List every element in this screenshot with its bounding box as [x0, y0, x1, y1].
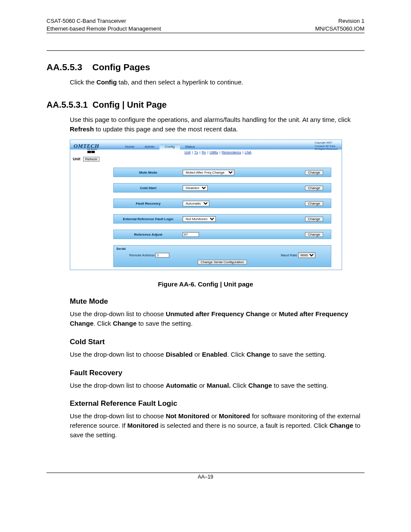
heading-config-unit: AA.5.5.3.1 Config | Unit Page	[47, 100, 364, 110]
change-button[interactable]: Change	[305, 217, 323, 221]
change-serial-config-button[interactable]: Change Serial Configuration	[198, 260, 247, 264]
serial-section: SerialRemote Address Baud Rate 9600Chang…	[113, 245, 331, 267]
hdr-right-1: Revision 1	[338, 18, 364, 24]
heading-ext-ref: External Reference Fault Logic	[70, 399, 364, 408]
change-button[interactable]: Change	[305, 170, 323, 175]
config-select[interactable]: Not Monitored	[183, 216, 216, 222]
heading-fault-recovery: Fault Recovery	[70, 369, 364, 377]
hdr-right-2: MN/CSAT5060.IOM	[315, 25, 364, 32]
config-row: Cold StartDisabledChange	[113, 183, 331, 193]
screenshot-config-unit: OMTECH EF DATA ▇▇▇▇ Home Admin Config St…	[70, 140, 342, 270]
config-row-label: Reference Adjust	[114, 233, 183, 236]
para-config-pages: Click the Config tab, and then select a …	[70, 78, 364, 87]
para-cold-start: Use the drop-down list to choose Disable…	[70, 350, 364, 359]
subnav-redundancy[interactable]: Redundancy	[222, 150, 241, 154]
change-button[interactable]: Change	[305, 201, 323, 206]
para-fault-recovery: Use the drop-down list to choose Automat…	[70, 381, 364, 390]
subnav-unit[interactable]: Unit	[184, 150, 190, 154]
screenshot-subnav: Unit | Tx | Rx | Utility | Redundancy | …	[70, 149, 342, 155]
config-text-input[interactable]	[183, 232, 199, 237]
unit-refresh-bar: Unit Refresh	[70, 155, 342, 162]
header-rule	[47, 50, 364, 51]
para-config-unit: Use this page to configure the operation…	[70, 115, 364, 134]
config-select[interactable]: Disabled	[183, 185, 208, 191]
subnav-lna[interactable]: LNA	[245, 150, 252, 154]
tab-status[interactable]: Status	[180, 144, 200, 149]
screenshot-tabbar: OMTECH EF DATA ▇▇▇▇ Home Admin Config St…	[70, 140, 342, 149]
copyright-text: Copyright 2007 Comtech EF Data All Right…	[314, 141, 337, 151]
config-row-label: External Reference Fault Logic	[114, 217, 183, 221]
running-header: CSAT-5060 C-Band Transceiver Ethernet-ba…	[47, 17, 364, 33]
brand-logo: OMTECH EF DATA ▇▇▇▇	[70, 142, 103, 149]
subnav-rx[interactable]: Rx	[202, 150, 206, 154]
serial-title: Serial	[116, 247, 328, 251]
heading-cold-start: Cold Start	[70, 338, 364, 346]
heading-mute-mode: Mute Mode	[70, 297, 364, 306]
unit-label: Unit	[73, 157, 81, 161]
hdr-left-2: Ethernet-based Remote Product Management	[47, 25, 161, 32]
subnav-utility[interactable]: Utility	[210, 150, 218, 154]
config-row-label: Mute Mode	[114, 171, 183, 174]
figure-caption: Figure AA-6. Config | Unit page	[47, 280, 364, 288]
config-row: Fault RecoveryAutomaticChange	[113, 199, 331, 208]
baud-rate-select[interactable]: 9600	[298, 252, 315, 258]
hdr-left-1: CSAT-5060 C-Band Transceiver	[47, 18, 126, 24]
tab-home[interactable]: Home	[120, 144, 139, 149]
subnav-tx[interactable]: Tx	[194, 150, 198, 154]
config-select[interactable]: Automatic	[183, 201, 209, 206]
config-row: External Reference Fault LogicNot Monito…	[113, 214, 331, 224]
refresh-button[interactable]: Refresh	[83, 157, 100, 162]
change-button[interactable]: Change	[305, 186, 323, 190]
baud-rate-label: Baud Rate	[281, 253, 297, 257]
para-ext-ref: Use the drop-down list to choose Not Mon…	[70, 411, 364, 439]
remote-address-input[interactable]	[156, 253, 169, 258]
tab-admin[interactable]: Admin	[140, 144, 160, 149]
change-button[interactable]: Change	[305, 232, 323, 237]
heading-config-pages: AA.5.5.3 Config Pages	[47, 62, 364, 72]
page-number: AA–19	[47, 473, 364, 480]
brand-subtext: EF DATA ▇▇▇▇	[87, 148, 103, 153]
config-row: Mute ModeMuted After Freq ChangeChange	[113, 168, 331, 177]
config-row-label: Fault Recovery	[114, 202, 183, 205]
config-row-label: Cold Start	[114, 186, 183, 190]
para-mute-mode: Use the drop-down list to choose Unmuted…	[70, 309, 364, 328]
config-row: Reference AdjustChange	[113, 230, 331, 239]
remote-address-label: Remote Address	[129, 253, 155, 257]
config-select[interactable]: Muted After Freq Change	[183, 170, 234, 175]
tab-config[interactable]: Config	[159, 144, 180, 149]
